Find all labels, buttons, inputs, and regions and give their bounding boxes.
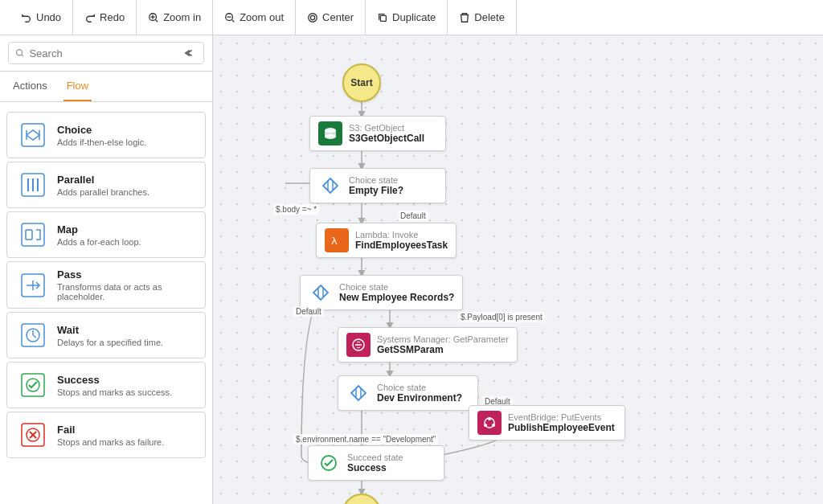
choice-state-icon-3 <box>349 383 368 403</box>
tab-flow[interactable]: Flow <box>63 72 92 101</box>
component-desc-parallel: Adds parallel branches. <box>57 187 195 197</box>
node-lambda[interactable]: λ Lambda: Invoke FindEmployeesTask <box>316 223 457 258</box>
component-parallel[interactable]: Parallel Adds parallel branches. <box>6 162 206 208</box>
s3-node-name: S3GetObjectCall <box>349 133 424 144</box>
component-desc-pass: Transforms data or acts as placeholder. <box>57 282 195 301</box>
flow-canvas[interactable]: Start S3: GetObject S3GetObjectCall <box>213 35 823 504</box>
lambda-service: Lambda: Invoke <box>355 230 448 240</box>
succeed-service: Succeed state <box>347 453 403 462</box>
redo-label: Redo <box>100 11 125 23</box>
component-icon-map <box>17 219 49 251</box>
svg-line-5 <box>232 19 235 22</box>
s3-node-info: S3: GetObject S3GetObjectCall <box>349 123 424 144</box>
node-choice1[interactable]: Choice state Empty File? <box>309 168 446 203</box>
choice2-service: Choice state <box>339 282 454 292</box>
label-default-2: Default <box>293 306 324 317</box>
component-info-pass: Pass Transforms data or acts as placehol… <box>57 268 195 301</box>
parallel-icon <box>20 172 46 198</box>
start-label: Start <box>350 77 372 88</box>
map-icon <box>20 222 46 248</box>
svg-point-58 <box>484 424 487 427</box>
component-pass[interactable]: Pass Transforms data or acts as placehol… <box>6 261 206 309</box>
choice3-icon <box>346 381 371 405</box>
tabs: Actions Flow <box>0 72 212 102</box>
component-icon-parallel <box>17 169 49 201</box>
component-desc-map: Adds a for-each loop. <box>57 237 195 247</box>
component-name-choice: Choice <box>57 124 195 136</box>
choice3-service: Choice state <box>377 383 462 392</box>
duplicate-button[interactable]: Duplicate <box>366 0 448 35</box>
component-info-parallel: Parallel Adds parallel branches. <box>57 174 195 197</box>
component-desc-fail: Stops and marks as failure. <box>57 437 195 447</box>
component-wait[interactable]: Wait Delays for a specified time. <box>6 312 206 359</box>
eventbridge-icon <box>477 411 502 435</box>
node-choice3[interactable]: Choice state Dev Environment? <box>338 375 478 411</box>
component-desc-wait: Delays for a specified time. <box>57 338 195 347</box>
choice3-info: Choice state Dev Environment? <box>377 383 462 404</box>
svg-rect-12 <box>22 124 44 146</box>
center-label: Center <box>322 11 354 23</box>
search-input[interactable] <box>29 47 178 59</box>
component-success[interactable]: Success Stops and marks as success. <box>6 362 206 408</box>
search-bar <box>0 35 212 72</box>
tab-actions[interactable]: Actions <box>10 72 51 101</box>
zoom-out-label: Zoom out <box>240 11 284 23</box>
svg-point-45 <box>325 134 336 139</box>
component-icon-fail <box>17 419 49 451</box>
svg-point-56 <box>488 417 491 420</box>
component-desc-success: Stops and marks as success. <box>57 387 195 397</box>
succeed-icon <box>317 451 341 475</box>
s3-node-service: S3: GetObject <box>349 123 424 133</box>
toolbar: Undo Redo Zoom in Zoom out Center Duplic… <box>0 0 823 35</box>
svg-point-7 <box>310 15 314 19</box>
main-layout: Actions Flow Choice Adds if-then-else lo… <box>0 35 823 504</box>
node-end[interactable]: End <box>342 494 381 504</box>
component-info-wait: Wait Delays for a specified time. <box>57 324 195 347</box>
center-button[interactable]: Center <box>296 0 366 35</box>
svg-rect-19 <box>22 223 44 246</box>
success-icon <box>20 372 46 398</box>
component-name-wait: Wait <box>57 324 195 336</box>
component-name-fail: Fail <box>57 424 195 436</box>
node-succeed[interactable]: Succeed state Success <box>308 445 444 481</box>
zoom-out-button[interactable]: Zoom out <box>213 0 296 35</box>
undo-label: Undo <box>36 11 61 23</box>
svg-rect-9 <box>380 15 386 21</box>
svg-rect-20 <box>26 230 32 240</box>
delete-button[interactable]: Delete <box>448 0 517 35</box>
search-input-wrap <box>8 42 204 64</box>
lambda-icon: λ <box>325 228 349 252</box>
component-fail[interactable]: Fail Stops and marks as failure. <box>6 412 206 458</box>
ssm-name: GetSSMParam <box>377 344 509 355</box>
choice1-service: Choice state <box>349 175 403 185</box>
zoom-in-button[interactable]: Zoom in <box>137 0 213 35</box>
svg-line-11 <box>22 55 23 56</box>
choice-state-icon-1 <box>321 176 340 195</box>
search-icon <box>15 47 24 59</box>
zoom-in-label: Zoom in <box>163 11 201 23</box>
redo-button[interactable]: Redo <box>73 0 137 35</box>
component-icon-success <box>17 369 49 401</box>
component-desc-choice: Adds if-then-else logic. <box>57 137 195 147</box>
eventbridge-name: PublishEmployeeEvent <box>508 422 615 433</box>
fail-icon <box>20 422 46 448</box>
node-eventbridge[interactable]: EventBridge: PutEvents PublishEmployeeEv… <box>469 405 625 440</box>
component-name-map: Map <box>57 223 195 236</box>
component-map[interactable]: Map Adds a for-each loop. <box>6 211 206 258</box>
label-default-1: Default <box>398 211 428 221</box>
node-s3[interactable]: S3: GetObject S3GetObjectCall <box>309 116 446 151</box>
ssm-service: Systems Manager: GetParameter <box>377 334 509 344</box>
node-start[interactable]: Start <box>342 64 381 102</box>
undo-button[interactable]: Undo <box>10 0 73 35</box>
node-choice2[interactable]: Choice state New Employee Records? <box>300 275 463 310</box>
succeed-state-icon <box>319 453 338 473</box>
collapse-panel-button[interactable] <box>182 46 197 60</box>
eventbridge-service-icon <box>481 415 497 431</box>
delete-label: Delete <box>474 11 505 23</box>
component-choice[interactable]: Choice Adds if-then-else logic. <box>6 112 206 158</box>
choice1-icon <box>318 174 342 198</box>
succeed-info: Succeed state Success <box>347 453 403 473</box>
node-ssm[interactable]: Systems Manager: GetParameter GetSSMPara… <box>338 327 518 363</box>
pass-icon <box>20 272 46 298</box>
component-info-choice: Choice Adds if-then-else logic. <box>57 124 195 147</box>
